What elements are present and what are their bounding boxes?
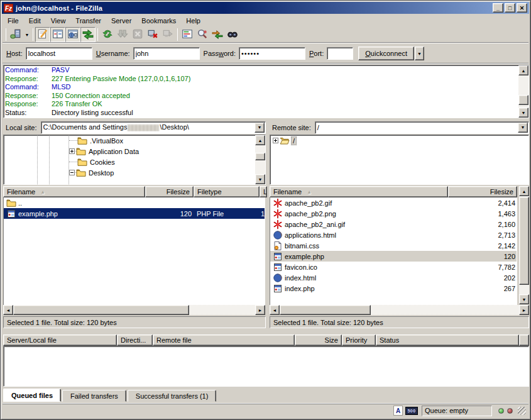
file-row[interactable]: example.php120 <box>270 251 517 262</box>
tab-failed-transfers[interactable]: Failed transfers <box>62 390 126 402</box>
remote-hscroll-left[interactable]: ◄ <box>270 305 280 315</box>
log-scroll-up[interactable]: ▲ <box>518 65 528 75</box>
disconnect-button[interactable] <box>145 27 160 42</box>
reconnect-button[interactable] <box>160 27 175 42</box>
file-row[interactable]: applications.html2,713 <box>270 229 517 240</box>
file-row[interactable]: .. <box>4 197 265 208</box>
file-row[interactable]: favicon.ico7,782 <box>270 262 517 272</box>
log-scrollbar[interactable]: ▲ ▼ <box>518 65 528 118</box>
remote-hscroll-thumb[interactable] <box>280 305 371 315</box>
file-row[interactable]: example.php120PHP File1 <box>4 208 265 219</box>
column-header-filetype[interactable]: Filetype <box>194 186 260 197</box>
queue-column-remote-file[interactable]: Remote file <box>153 334 295 346</box>
find-button[interactable] <box>225 27 240 42</box>
combo-arrow-icon[interactable]: ▼ <box>255 123 265 133</box>
column-header-filename[interactable]: Filename▲ <box>3 186 145 197</box>
process-queue-button[interactable] <box>115 27 130 42</box>
log-scroll-thumb[interactable] <box>518 95 528 105</box>
sync-browsing-button[interactable] <box>210 27 225 42</box>
remote-scroll-up[interactable]: ▲ <box>519 186 529 196</box>
tree-item[interactable]: Application Data <box>4 146 265 157</box>
remote-list-scrollbar[interactable]: ▲ ▼ <box>519 186 529 304</box>
compare-button[interactable] <box>195 27 210 42</box>
tab-queued-files[interactable]: Queued files <box>3 389 61 402</box>
file-row[interactable]: apache_pb2.png1,463 <box>270 208 517 219</box>
cancel-button[interactable] <box>130 27 145 42</box>
tree-item[interactable]: Cookies <box>4 157 265 167</box>
column-header-filename[interactable]: Filename▲ <box>270 186 448 197</box>
menu-server[interactable]: Server <box>106 16 136 26</box>
password-input[interactable] <box>239 47 305 60</box>
remote-tree-button[interactable] <box>65 27 80 42</box>
queue-column-server-local-file[interactable]: Server/Local file <box>3 334 117 346</box>
site-manager-button[interactable] <box>8 27 23 42</box>
tree-item[interactable]: / <box>270 135 528 146</box>
sort-ascending-icon: ▲ <box>40 189 45 195</box>
file-row[interactable]: apache_pb2_ani.gif2,160 <box>270 219 517 229</box>
remote-hscroll-right[interactable]: ► <box>519 305 529 315</box>
tree-item[interactable]: .VirtualBox <box>4 135 265 146</box>
menu-help[interactable]: Help <box>181 16 205 26</box>
local-hscroll-thumb[interactable] <box>13 305 189 315</box>
menu-edit[interactable]: Edit <box>24 16 46 26</box>
tree-scroll-up[interactable]: ▲ <box>255 135 265 145</box>
menu-transfer[interactable]: Transfer <box>70 16 106 26</box>
local-site-label: Local site: <box>6 124 37 131</box>
queue-column-size[interactable]: Size <box>295 334 342 346</box>
expand-icon[interactable] <box>273 138 278 143</box>
username-input[interactable] <box>133 47 200 60</box>
maximize-button[interactable]: □ <box>505 3 515 13</box>
queue-column-status[interactable]: Status <box>376 334 519 346</box>
file-row[interactable]: apache_pb2.gif2,414 <box>270 197 517 208</box>
remote-scroll-down[interactable]: ▼ <box>519 294 529 304</box>
local-site-combo[interactable]: C:\Documents and Settings\Desktop\ ▼ <box>41 121 266 134</box>
local-hscroll-left[interactable]: ◄ <box>3 305 13 315</box>
collapse-icon[interactable] <box>69 170 75 175</box>
username-label: Username: <box>96 50 130 57</box>
file-row[interactable]: bitnami.css2,142 <box>270 240 517 251</box>
queue-column-directi---[interactable]: Directi... <box>117 334 153 346</box>
tree-scroll-thumb[interactable] <box>255 153 265 160</box>
remote-site-combo[interactable]: / ▼ <box>315 121 529 134</box>
combo-arrow-icon[interactable]: ▼ <box>518 123 528 133</box>
column-header-filesize[interactable]: Filesize <box>145 186 194 197</box>
queue-column-empty <box>519 334 529 346</box>
tree-item[interactable]: Desktop <box>4 167 265 178</box>
expand-icon[interactable] <box>69 148 75 154</box>
message-log-button[interactable] <box>35 27 50 42</box>
close-button[interactable]: ✕ <box>517 3 527 13</box>
local-tree-scrollbar[interactable]: ▲ ▼ <box>255 135 265 184</box>
tab-successful-transfers--1-[interactable]: Successful transfers (1) <box>128 390 217 402</box>
file-row[interactable]: index.php267 <box>270 283 517 294</box>
local-tree-button[interactable] <box>50 27 65 42</box>
filter-button[interactable] <box>180 27 195 42</box>
resize-grip-icon[interactable] <box>518 407 526 415</box>
menu-view[interactable]: View <box>46 16 71 26</box>
quickconnect-button[interactable]: Quickconnect <box>358 47 414 60</box>
refresh-button[interactable] <box>100 27 115 42</box>
remote-list-header: Filename▲Filesize <box>270 186 519 197</box>
local-hscrollbar[interactable]: ◄ ► <box>3 305 265 315</box>
site-manager-dropdown[interactable]: ▼ <box>23 28 31 41</box>
minimize-button[interactable]: _ <box>493 3 503 13</box>
remote-scroll-thumb[interactable] <box>519 197 529 285</box>
log-scroll-down[interactable]: ▼ <box>518 108 528 118</box>
tree-scroll-down[interactable]: ▼ <box>255 174 265 184</box>
cancel-icon <box>132 28 143 41</box>
transfer-queue-button[interactable] <box>80 27 96 42</box>
queue-column-priority[interactable]: Priority <box>342 334 376 346</box>
host-input[interactable] <box>26 47 92 60</box>
quickconnect-dropdown[interactable]: ▼ <box>415 47 424 60</box>
queue-list[interactable] <box>3 346 529 387</box>
queue-tabs: Queued filesFailed transfersSuccessful t… <box>3 388 217 402</box>
folder-open-icon <box>280 136 290 146</box>
column-header-l[interactable]: L <box>260 186 267 197</box>
local-hscroll-right[interactable]: ► <box>255 305 265 315</box>
column-header-filesize[interactable]: Filesize <box>448 186 517 197</box>
remote-hscrollbar[interactable]: ◄ ► <box>270 305 529 315</box>
port-input[interactable] <box>327 47 353 60</box>
menu-bookmarks[interactable]: Bookmarks <box>136 16 181 26</box>
file-row[interactable]: index.html202 <box>270 272 517 283</box>
menu-file[interactable]: File <box>3 16 24 26</box>
remote-site-row: Remote site: / ▼ <box>270 121 529 134</box>
